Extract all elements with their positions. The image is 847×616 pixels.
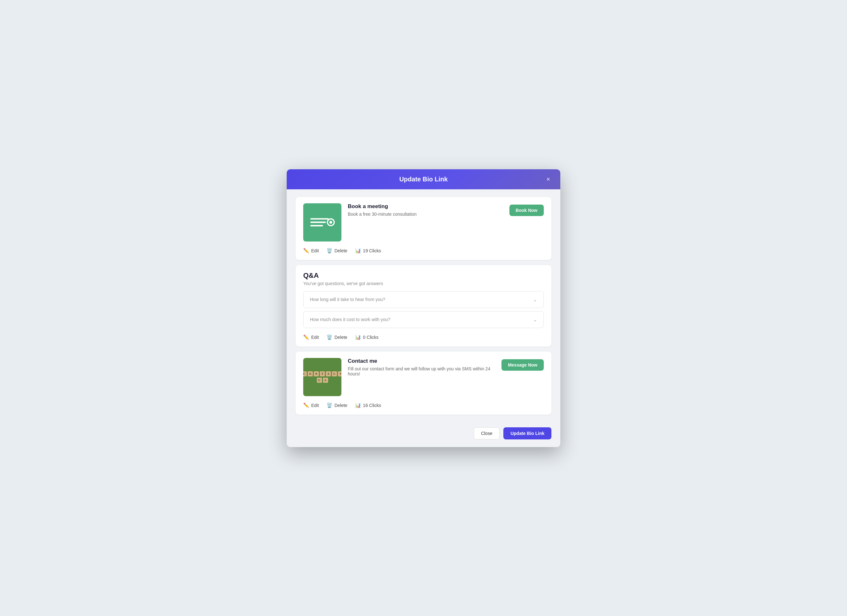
modal-header: Update Bio Link × <box>287 169 560 189</box>
book-meeting-description: Book a free 30-minute consultation <box>348 211 503 217</box>
contact-me-image: C O N T A C T U S <box>303 358 341 396</box>
scrabble-tile: O <box>308 371 313 377</box>
clicks-icon: 📊 <box>355 248 361 254</box>
contact-me-delete-button[interactable]: 🗑️ Delete <box>326 402 347 408</box>
scrabble-tile: U <box>317 378 322 383</box>
scrabble-tile: C <box>303 371 307 377</box>
scrabble-tile: C <box>332 371 337 377</box>
contact-me-footer: ✏️ Edit 🗑️ Delete 📊 16 Clicks <box>303 401 544 408</box>
book-meeting-card: Book a meeting Book a free 30-minute con… <box>295 197 552 260</box>
qa-clicks-icon: 📊 <box>355 334 361 340</box>
contact-me-card-top: C O N T A C T U S <box>303 358 544 396</box>
chevron-down-icon-1: ⌄ <box>533 297 537 303</box>
message-now-button[interactable]: Message Now <box>502 359 544 371</box>
scrabble-tile: T <box>320 371 325 377</box>
scrabble-row-1: C O N T A C T <box>303 371 341 377</box>
book-meeting-title: Book a meeting <box>348 203 503 210</box>
contact-delete-label: Delete <box>334 403 347 408</box>
book-meeting-clicks: 📊 19 Clicks <box>355 248 381 254</box>
qa-header: Q&A You've got questions, we've got answ… <box>303 272 544 286</box>
modal-footer: Close Update Bio Link <box>287 422 560 447</box>
contact-delete-icon: 🗑️ <box>326 402 332 408</box>
svg-point-4 <box>329 221 332 224</box>
book-meeting-delete-button[interactable]: 🗑️ Delete <box>326 248 347 254</box>
contact-me-content: Contact me Fill out our contact form and… <box>348 358 495 377</box>
book-meeting-image <box>303 203 341 241</box>
faq-question-1: How long will it take to hear from you? <box>310 297 385 302</box>
faq-item-1[interactable]: How long will it take to hear from you? … <box>303 291 544 308</box>
qa-edit-button[interactable]: ✏️ Edit <box>303 334 319 340</box>
contact-me-edit-button[interactable]: ✏️ Edit <box>303 402 319 408</box>
faq-item-2[interactable]: How much does it cost to work with you? … <box>303 311 544 328</box>
qa-clicks: 📊 0 Clicks <box>355 334 379 340</box>
book-meeting-footer: ✏️ Edit 🗑️ Delete 📊 19 Clicks <box>303 247 544 254</box>
update-bio-link-modal: Update Bio Link × Book a meeting B <box>287 169 560 447</box>
qa-delete-icon: 🗑️ <box>326 334 332 340</box>
scrabble-tile: A <box>326 371 331 377</box>
qa-clicks-count: 0 Clicks <box>363 335 379 340</box>
contact-clicks-count: 16 Clicks <box>363 403 381 408</box>
modal-body: Book a meeting Book a free 30-minute con… <box>287 189 560 422</box>
contact-me-title: Contact me <box>348 358 495 364</box>
book-meeting-content: Book a meeting Book a free 30-minute con… <box>348 203 503 217</box>
qa-subtitle: You've got questions, we've got answers <box>303 281 544 286</box>
clicks-count: 19 Clicks <box>363 248 381 253</box>
qa-delete-label: Delete <box>334 335 347 340</box>
qa-edit-icon: ✏️ <box>303 334 309 340</box>
update-bio-link-button[interactable]: Update Bio Link <box>503 427 552 439</box>
book-meeting-card-top: Book a meeting Book a free 30-minute con… <box>303 203 544 241</box>
contact-me-card: C O N T A C T U S <box>295 352 552 415</box>
qa-card: Q&A You've got questions, we've got answ… <box>295 265 552 347</box>
edit-icon: ✏️ <box>303 248 309 254</box>
qa-title: Q&A <box>303 272 544 280</box>
edit-label: Edit <box>311 248 319 253</box>
contact-me-clicks: 📊 16 Clicks <box>355 402 381 408</box>
qa-delete-button[interactable]: 🗑️ Delete <box>326 334 347 340</box>
delete-icon: 🗑️ <box>326 248 332 254</box>
qa-edit-label: Edit <box>311 335 319 340</box>
contact-clicks-icon: 📊 <box>355 402 361 408</box>
qa-footer: ✏️ Edit 🗑️ Delete 📊 0 Clicks <box>303 333 544 340</box>
book-meeting-edit-button[interactable]: ✏️ Edit <box>303 248 319 254</box>
contact-edit-icon: ✏️ <box>303 402 309 408</box>
contact-edit-label: Edit <box>311 403 319 408</box>
scrabble-tile: S <box>323 378 328 383</box>
book-now-button[interactable]: Book Now <box>509 205 544 216</box>
contact-me-description: Fill out our contact form and we will fo… <box>348 366 495 377</box>
meeting-svg-icon <box>310 214 335 230</box>
modal-close-x-button[interactable]: × <box>544 175 553 183</box>
delete-label: Delete <box>334 248 347 253</box>
chevron-down-icon-2: ⌄ <box>533 316 537 323</box>
scrabble-row-2: U S <box>317 378 328 383</box>
faq-question-2: How much does it cost to work with you? <box>310 317 390 322</box>
scrabble-tile: N <box>314 371 319 377</box>
scrabble-board: C O N T A C T U S <box>303 358 341 396</box>
modal-title: Update Bio Link <box>399 176 448 183</box>
close-button[interactable]: Close <box>474 427 500 439</box>
scrabble-tile: T <box>338 371 341 377</box>
